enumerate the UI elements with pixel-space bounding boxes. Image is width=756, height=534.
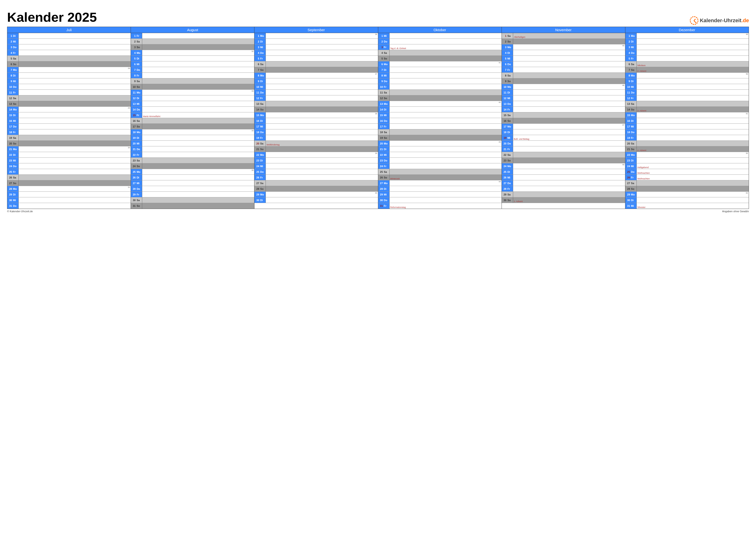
day-number: 25 (626, 170, 630, 173)
weekday: Mo (631, 153, 635, 156)
day-cell: 16Di (625, 118, 749, 124)
weekday: So (507, 159, 511, 162)
day-badge: 18Fr (7, 129, 19, 135)
day-cell: 13Do (502, 101, 625, 107)
day-number: 13 (379, 102, 383, 105)
weekday: Mi (13, 199, 16, 202)
day-badge: 23Di (255, 158, 266, 163)
weekday: Mo (137, 170, 140, 173)
weekday: Di (137, 176, 139, 179)
day-badge: 18Do (625, 129, 637, 135)
day-number: 24 (503, 165, 506, 167)
weekday: Fr (507, 188, 510, 190)
day-badge: 24Do (7, 164, 19, 169)
day-badge: 5Fr (255, 56, 266, 61)
day-badge: 2Sa (131, 39, 142, 44)
weekday: Sa (137, 199, 140, 202)
day-number: 26 (132, 176, 136, 179)
month-header: Juli (7, 27, 131, 33)
day-cell: 28So (625, 186, 749, 192)
weekday: Di (260, 40, 263, 43)
day-badge: 18Do (255, 129, 266, 135)
day-badge: 10Do (7, 84, 19, 89)
day-number: 27 (8, 182, 12, 185)
month-header: Dezember (625, 27, 749, 33)
day-cell: 1Mo36 (255, 33, 378, 39)
day-number: 4 (379, 51, 383, 54)
day-cell: 5Sa (7, 56, 131, 62)
day-badge: 19So (378, 135, 390, 140)
day-cell: 14Di (378, 107, 501, 113)
day-cell: 30Sa (131, 197, 254, 203)
day-number: 1 (132, 35, 136, 37)
day-number: 21 (132, 148, 136, 151)
month-column: November1SaAllerheiligen2So3Mo454Di5Mi6D… (502, 27, 625, 209)
weekday: Mo (507, 165, 511, 167)
day-cell: 29Mi (378, 192, 501, 197)
day-cell: 20Mo43 (378, 141, 501, 146)
day-cell: 8Mo50 (625, 73, 749, 78)
day-number: 16 (256, 119, 259, 122)
day-number: 28 (8, 188, 12, 190)
month-column: August1Fr2Sa3So4Mo325Di6Mi7Do8Fr9Sa10So1… (131, 27, 255, 209)
day-badge: 1Di (7, 33, 19, 38)
weekday: So (137, 86, 140, 88)
day-cell: 4Do (255, 50, 378, 56)
day-badge: 9Do (378, 78, 390, 84)
day-cell: 22Mo52 (625, 152, 749, 158)
day-badge: 8Mo (625, 73, 637, 78)
day-badge: 22Fr (131, 152, 142, 158)
weekday: Mo (507, 46, 511, 49)
day-cell: 23Do (378, 158, 501, 164)
day-cell: 22Mo39 (255, 152, 378, 158)
weekday: Sa (137, 119, 140, 122)
day-badge: 22Mo (625, 152, 637, 158)
day-badge: 14So (625, 107, 637, 112)
day-cell: 7Do (131, 67, 254, 73)
day-number: 23 (626, 159, 630, 162)
weekday: Sa (507, 114, 511, 116)
day-cell: 9Mi (7, 78, 131, 84)
day-badge: 25Di (502, 169, 513, 174)
day-cell: 24MiHeiligabend (625, 164, 749, 169)
day-badge: 6Mo (378, 62, 390, 67)
week-number: 43 (499, 141, 501, 143)
weekday: So (384, 137, 387, 139)
day-cell: 31Do (7, 203, 131, 209)
day-cell: 3Mo45 (502, 44, 625, 50)
weekday: Do (13, 86, 16, 88)
weekday: Mi (631, 125, 634, 128)
month-column: Juli1Di2Mi3Do4Fr5Sa6So7Mo288Di9Mi10Do11F… (7, 27, 131, 209)
day-cell: 2Di (255, 39, 378, 44)
day-cell: 26Sa (7, 175, 131, 180)
month-header: September (255, 27, 378, 33)
weekday: Mi (384, 35, 387, 37)
day-cell: 31FrReformationstag (378, 203, 501, 209)
day-cell: 15Mo51 (625, 113, 749, 118)
day-badge: 1Mo (625, 33, 637, 38)
day-number: 3 (8, 46, 12, 49)
day-number: 19 (8, 137, 12, 139)
day-number: 21 (379, 148, 383, 151)
weekday: Mi (137, 63, 139, 65)
day-cell: 9So (502, 78, 625, 84)
weekday: Mo (260, 193, 264, 196)
day-number: 28 (132, 188, 136, 190)
day-badge: 16Sa (131, 118, 142, 123)
day-number: 18 (379, 131, 383, 134)
day-number: 4 (256, 51, 259, 54)
day-badge: 27So (7, 180, 19, 186)
weekday: So (507, 199, 511, 202)
day-cell: 3FrTag d. dt. Einheit (378, 44, 501, 50)
day-number: 7 (379, 68, 383, 71)
day-cell: 19MiBuß- und Bettag (502, 135, 625, 141)
day-badge: 9So (502, 78, 513, 84)
weekday: So (13, 182, 16, 185)
day-number: 19 (503, 137, 506, 139)
weekday: So (13, 102, 16, 105)
day-number: 29 (379, 193, 383, 196)
weekday: Mo (13, 188, 17, 190)
day-number: 29 (626, 193, 630, 196)
day-number: 7 (503, 68, 506, 71)
clock-icon (690, 16, 698, 25)
